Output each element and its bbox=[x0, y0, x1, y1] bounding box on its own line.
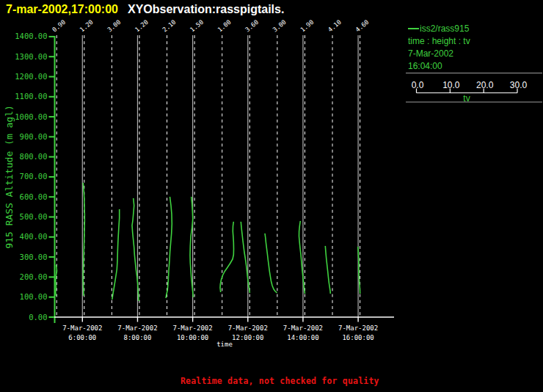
rass-profile-trace bbox=[265, 233, 277, 293]
x-tick-time-label: 10:00:00 bbox=[177, 334, 208, 341]
y-tick-label: 300.00 bbox=[20, 253, 48, 261]
rass-profile-trace bbox=[299, 221, 305, 294]
rass-profile-trace bbox=[325, 246, 330, 294]
obs-value-label: 1.90 bbox=[299, 18, 315, 34]
obs-value-label: 4.60 bbox=[354, 18, 370, 34]
obs-value-label: 3.00 bbox=[106, 18, 122, 34]
legend-time: 16:04:00 bbox=[408, 60, 470, 73]
y-axis-title: 915 RASS Altitude (m agl) bbox=[4, 105, 15, 249]
y-tick-label: 700.00 bbox=[20, 172, 48, 181]
y-tick-label: 1300.00 bbox=[15, 52, 47, 61]
y-tick-label: 1000.00 bbox=[15, 112, 47, 121]
y-tick-label: 400.00 bbox=[20, 232, 48, 241]
quality-notice: Realtime data, not checked for quality bbox=[181, 376, 379, 386]
y-tick-label: 1400.00 bbox=[15, 32, 47, 40]
x-tick-time-label: 12:00:00 bbox=[232, 334, 263, 341]
tv-scale-tick-label: 30.0 bbox=[510, 80, 528, 90]
obs-value-label: 3.00 bbox=[272, 18, 288, 34]
obs-value-label: 1.20 bbox=[134, 18, 150, 34]
y-tick-label: 500.00 bbox=[20, 212, 48, 221]
tv-scale-label: tv bbox=[463, 93, 470, 104]
x-tick-date-label: 7-Mar-2002 bbox=[117, 324, 157, 332]
legend-series-label: iss2/rass915 bbox=[420, 23, 469, 34]
y-tick-label: 900.00 bbox=[20, 132, 48, 141]
rass-profile-trace bbox=[56, 265, 57, 296]
x-tick-date-label: 7-Mar-2002 bbox=[173, 324, 213, 332]
y-tick-label: 800.00 bbox=[20, 152, 48, 161]
x-tick-time-label: 8:00:00 bbox=[123, 334, 151, 341]
rass-profile-trace bbox=[220, 222, 234, 292]
obs-value-label: 2.10 bbox=[161, 18, 177, 34]
x-tick-date-label: 7-Mar-2002 bbox=[228, 324, 268, 332]
legend: iss2/rass915 time : height : tv 7-Mar-20… bbox=[408, 23, 470, 73]
x-tick-date-label: 7-Mar-2002 bbox=[62, 324, 102, 332]
y-tick-label: 1100.00 bbox=[15, 92, 47, 101]
rass-profile-trace bbox=[112, 209, 120, 300]
x-tick-time-label: 16:00:00 bbox=[342, 334, 373, 341]
tv-scale-tick-label: 20.0 bbox=[476, 80, 494, 90]
page-title: 7-mar-2002,17:00:00XYObservation:rasspig… bbox=[6, 3, 284, 16]
obs-value-label: 3.60 bbox=[244, 18, 260, 34]
x-tick-time-label: 6:00:00 bbox=[68, 334, 96, 341]
legend-series-row: iss2/rass915 bbox=[408, 23, 470, 35]
y-tick-label: 200.00 bbox=[20, 272, 48, 281]
rass-profile-trace bbox=[241, 222, 249, 293]
obs-value-label: 1.50 bbox=[189, 18, 205, 34]
title-datetime: 7-mar-2002,17:00:00 bbox=[6, 3, 118, 15]
x-tick-date-label: 7-Mar-2002 bbox=[338, 324, 378, 332]
x-tick-time-label: 14:00:00 bbox=[287, 334, 318, 341]
y-tick-label: 0.00 bbox=[29, 313, 47, 322]
y-tick-label: 100.00 bbox=[20, 292, 48, 301]
x-axis-title: time bbox=[216, 341, 233, 348]
tv-scale-tick-label: 10.0 bbox=[442, 80, 460, 90]
obs-value-label: 4.10 bbox=[327, 18, 343, 34]
tv-scale-tick-label: 0.0 bbox=[412, 80, 424, 90]
x-tick-date-label: 7-Mar-2002 bbox=[283, 324, 323, 332]
series-line-icon bbox=[408, 28, 419, 29]
screen: 7-Mar-20026:00:007-Mar-20028:00:007-Mar-… bbox=[0, 0, 543, 392]
obs-value-label: 0.90 bbox=[51, 18, 67, 34]
obs-value-label: 1.00 bbox=[216, 18, 233, 34]
legend-date: 7-Mar-2002 bbox=[408, 48, 470, 60]
y-tick-label: 1200.00 bbox=[15, 72, 47, 81]
obs-value-label: 1.20 bbox=[79, 18, 95, 34]
legend-fields-label: time : height : tv bbox=[408, 35, 470, 48]
y-tick-label: 600.00 bbox=[20, 192, 48, 201]
title-plot-name: XYObservation:rasspigtails. bbox=[128, 3, 284, 15]
